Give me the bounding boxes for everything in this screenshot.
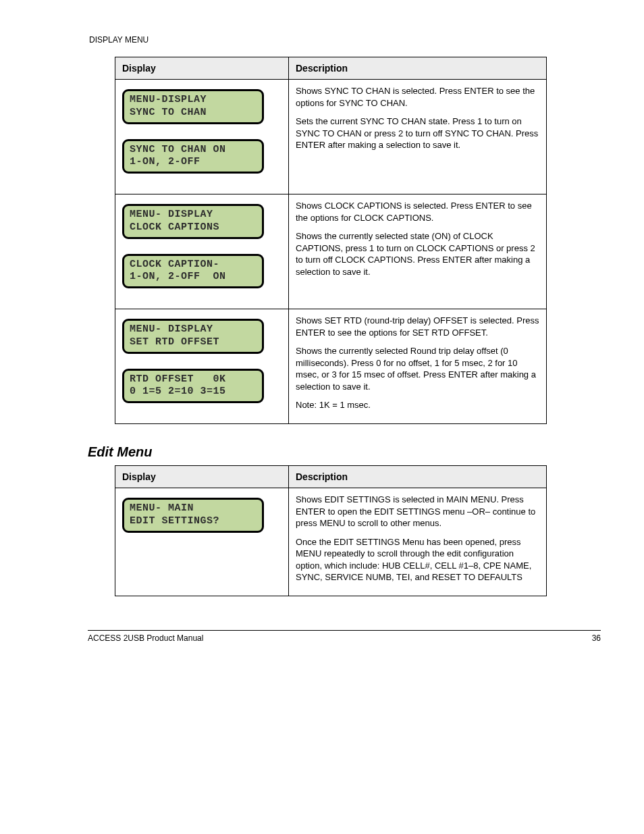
table-row: MENU- DISPLAY SET RTD OFFSET RTD OFFSET … xyxy=(115,309,547,424)
col-header-display: Display xyxy=(115,466,289,488)
col-header-display: Display xyxy=(115,57,289,80)
running-head: DISPLAY MENU xyxy=(89,35,601,45)
description-text: Sets the current SYNC TO CHAN state. Pre… xyxy=(296,115,539,151)
footer-divider xyxy=(88,630,601,631)
edit-menu-heading: Edit Menu xyxy=(88,444,601,460)
lcd-screen: CLOCK CAPTION- 1-ON, 2-OFF ON xyxy=(122,254,264,289)
footer-manual-title: ACCESS 2USB Product Manual xyxy=(88,633,203,643)
description-text: Shows EDIT SETTINGS is selected in MAIN … xyxy=(296,494,539,529)
description-text: Note: 1K = 1 msec. xyxy=(296,399,539,411)
table-row: MENU- DISPLAY CLOCK CAPTIONS CLOCK CAPTI… xyxy=(115,194,547,309)
lcd-screen: MENU- DISPLAY CLOCK CAPTIONS xyxy=(122,204,264,239)
table-row: MENU- MAIN EDIT SETTINGS? Shows EDIT SET… xyxy=(115,488,547,596)
col-header-description: Description xyxy=(289,466,547,488)
table-row: MENU-DISPLAY SYNC TO CHAN SYNC TO CHAN O… xyxy=(115,80,547,194)
description-text: Shows SYNC TO CHAN is selected. Press EN… xyxy=(296,85,539,109)
description-text: Shows the currently selected state (ON) … xyxy=(296,230,539,278)
description-text: Shows SET RTD (round-trip delay) OFFSET … xyxy=(296,315,539,338)
lcd-screen: MENU- DISPLAY SET RTD OFFSET xyxy=(122,319,264,354)
lcd-screen: MENU- MAIN EDIT SETTINGS? xyxy=(122,498,264,533)
description-text: Once the EDIT SETTINGS Menu has been ope… xyxy=(296,536,539,583)
page-footer: ACCESS 2USB Product Manual 36 xyxy=(88,633,601,643)
lcd-screen: SYNC TO CHAN ON 1-ON, 2-OFF xyxy=(122,139,264,174)
col-header-description: Description xyxy=(289,57,547,80)
description-text: Shows the currently selected Round trip … xyxy=(296,345,539,392)
display-menu-table: Display Description MENU-DISPLAY SYNC TO… xyxy=(115,57,547,424)
lcd-screen: MENU-DISPLAY SYNC TO CHAN xyxy=(122,89,264,124)
edit-menu-table: Display Description MENU- MAIN EDIT SETT… xyxy=(115,465,547,596)
description-text: Shows CLOCK CAPTIONS is selected. Press … xyxy=(296,200,539,224)
lcd-screen: RTD OFFSET 0K 0 1=5 2=10 3=15 xyxy=(122,369,264,404)
footer-page-number: 36 xyxy=(592,633,601,643)
